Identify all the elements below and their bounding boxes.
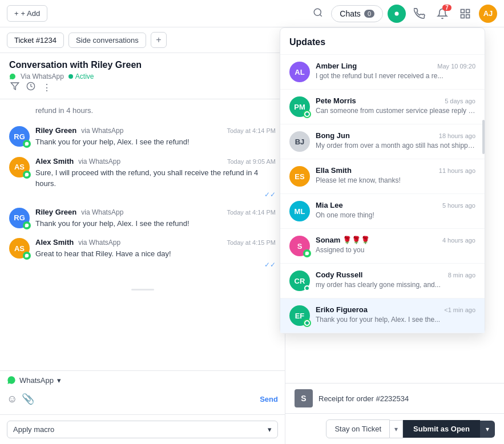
avatar: BJ <box>289 131 310 152</box>
list-item[interactable]: PM Pete Morris 5 days ago Can someone fr… <box>280 90 485 124</box>
list-item[interactable]: S Sonam 🌹🌹🌹 4 hours ago Assigned to you <box>280 229 485 264</box>
main-layout: Ticket #1234 Side conversations + Conver… <box>0 27 504 444</box>
conversation-header: Conversation with Riley Green Via WhatsA… <box>0 53 285 99</box>
message-content: Riley Green via WhatsApp Today at 4:14 P… <box>35 126 276 148</box>
read-ticks: ✓✓ <box>35 191 276 199</box>
conv-status: Active <box>75 72 94 80</box>
partial-message: refund in 4 hours. <box>9 106 276 117</box>
top-nav: + + Add Chats 0 7 AJ <box>0 0 504 27</box>
conv-via: Via WhatsApp <box>21 72 64 80</box>
table-row: RG Riley Green via WhatsApp Today at 4:1… <box>9 126 276 148</box>
status-button[interactable] <box>388 5 406 23</box>
notifications-button[interactable]: 7 <box>433 5 451 23</box>
read-ticks: ✓✓ <box>35 261 276 269</box>
whatsapp-badge <box>23 221 31 229</box>
message-content: Alex Smith via WhatsApp Today at 9:05 AM… <box>35 157 276 199</box>
chats-count: 0 <box>364 10 374 18</box>
svg-rect-3 <box>461 9 465 13</box>
conversation-title: Conversation with Riley Green <box>9 60 142 70</box>
svg-marker-7 <box>11 83 18 90</box>
svg-point-0 <box>315 9 321 15</box>
whatsapp-badge <box>23 140 31 148</box>
svg-rect-6 <box>466 14 470 18</box>
update-content: Eriko Figueroa <1 min ago Thank you for … <box>316 305 475 324</box>
status-dot <box>304 111 310 117</box>
macro-label: Apply macro <box>13 425 54 434</box>
status-dot <box>304 320 310 326</box>
message-content: Riley Green via WhatsApp Today at 4:14 P… <box>35 208 276 229</box>
update-content: Pete Morris 5 days ago Can someone from … <box>316 96 475 115</box>
message-input-row: ☺ 📎 Send <box>7 388 278 410</box>
message-divider <box>9 282 276 293</box>
svg-line-1 <box>320 14 322 16</box>
list-item[interactable]: ML Mia Lee 5 hours ago Oh one more thing… <box>280 194 485 229</box>
chats-button[interactable]: Chats 0 <box>331 5 383 22</box>
grid-icon <box>459 8 471 19</box>
update-content: Sonam 🌹🌹🌹 4 hours ago Assigned to you <box>316 236 475 254</box>
list-item[interactable]: BJ Bong Jun 18 hours ago My order from o… <box>280 124 485 159</box>
messages-area: refund in 4 hours. RG Riley Green via Wh… <box>0 99 285 370</box>
avatar: ML <box>289 201 310 221</box>
ticket-tab[interactable]: Ticket #1234 <box>7 33 64 48</box>
receipt-icon: S <box>295 389 313 407</box>
filter-button[interactable] <box>9 80 21 94</box>
phone-button[interactable] <box>410 5 429 23</box>
search-button[interactable] <box>309 4 326 23</box>
plus-icon: + <box>14 9 19 18</box>
chats-label: Chats <box>340 9 361 18</box>
add-button[interactable]: + + Add <box>7 5 47 22</box>
list-item[interactable]: EF Eriko Figueroa <1 min ago Thank you f… <box>280 298 485 333</box>
submit-chevron-button[interactable]: ▾ <box>480 421 495 438</box>
updates-panel: Updates AL Amber Ling May 10 09:20 I got… <box>280 27 485 334</box>
user-avatar[interactable]: AJ <box>479 5 497 23</box>
update-content: Cody Russell 8 min ago my order has clea… <box>316 271 475 289</box>
whatsapp-via-icon <box>9 73 16 80</box>
whatsapp-badge <box>23 252 31 260</box>
macro-select[interactable]: Apply macro ▾ <box>7 421 278 438</box>
bottom-bar: Apply macro ▾ <box>0 414 285 444</box>
message-input[interactable] <box>39 395 255 403</box>
list-item[interactable]: ES Ella Smith 11 hours ago Please let me… <box>280 159 485 194</box>
side-conversations-tab[interactable]: Side conversations <box>68 33 146 48</box>
history-button[interactable] <box>25 80 37 94</box>
svg-rect-5 <box>461 14 465 18</box>
submit-button[interactable]: Submit as Open <box>403 420 480 438</box>
channel-selector[interactable]: WhatsApp ▾ <box>7 376 278 385</box>
left-panel: Ticket #1234 Side conversations + Conver… <box>0 27 285 444</box>
svg-rect-4 <box>466 9 470 13</box>
avatar: PM <box>289 96 310 117</box>
scroll-thumb[interactable] <box>482 120 485 154</box>
receipt-text: Receipt for order #2232534 <box>318 394 409 403</box>
avatar: EF <box>289 305 310 326</box>
table-row: AS Alex Smith via WhatsApp Today at 9:05… <box>9 157 276 199</box>
submit-bar: Stay on Ticket ▾ Submit as Open ▾ <box>285 414 504 444</box>
stay-chevron-button[interactable]: ▾ <box>390 420 403 438</box>
update-content: Amber Ling May 10 09:20 I got the refund… <box>316 62 475 80</box>
grid-button[interactable] <box>456 5 474 23</box>
update-content: Bong Jun 18 hours ago My order from over… <box>316 131 475 150</box>
whatsapp-badge <box>23 171 31 179</box>
table-row: RG Riley Green via WhatsApp Today at 4:1… <box>9 208 276 229</box>
filter-icon <box>10 82 19 91</box>
scroll-indicator <box>481 28 485 333</box>
input-area: WhatsApp ▾ ☺ 📎 Send <box>0 370 285 414</box>
emoji-button[interactable]: ☺ <box>7 393 17 405</box>
update-content: Mia Lee 5 hours ago Oh one more thing! <box>316 201 475 219</box>
stay-on-ticket-button[interactable]: Stay on Ticket <box>326 419 390 438</box>
avatar-initials: AJ <box>483 9 493 18</box>
bottom-right-area: S Receipt for order #2232534 Stay on Tic… <box>285 383 504 444</box>
clock-icon <box>26 82 35 91</box>
avatar: AS <box>9 157 30 177</box>
message-content: Alex Smith via WhatsApp Today at 4:15 PM… <box>35 238 276 269</box>
add-tab-button[interactable]: + <box>151 32 167 48</box>
list-item[interactable]: CR Cody Russell 8 min ago my order has c… <box>280 264 485 298</box>
avatar: AL <box>289 62 310 82</box>
send-button[interactable]: Send <box>260 395 278 403</box>
avatar: ES <box>289 166 310 187</box>
list-item[interactable]: AL Amber Ling May 10 09:20 I got the ref… <box>280 55 485 90</box>
green-circle-icon <box>393 10 401 18</box>
attach-button[interactable]: 📎 <box>22 393 34 405</box>
more-button[interactable]: ⋮ <box>41 81 53 94</box>
status-dot <box>304 285 310 291</box>
notification-badge: 7 <box>442 5 451 11</box>
